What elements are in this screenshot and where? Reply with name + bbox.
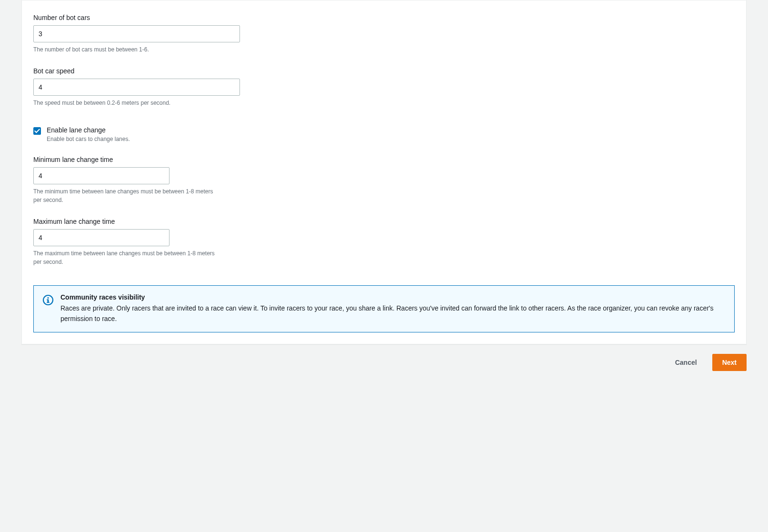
info-content: Community races visibility Races are pri…: [60, 293, 726, 324]
svg-point-1: [47, 297, 49, 299]
cancel-button[interactable]: Cancel: [666, 354, 707, 371]
bot-car-speed-helper: The speed must be between 0.2-6 meters p…: [33, 99, 219, 107]
bot-car-speed-label: Bot car speed: [33, 67, 735, 75]
min-lane-change-time-field: Minimum lane change time The minimum tim…: [33, 156, 735, 204]
svg-rect-4: [47, 302, 50, 303]
min-lane-change-time-helper: The minimum time between lane changes mu…: [33, 187, 219, 204]
min-lane-change-time-input[interactable]: [33, 167, 170, 184]
enable-lane-change-helper: Enable bot cars to change lanes.: [47, 136, 130, 142]
community-visibility-info: Community races visibility Races are pri…: [33, 285, 735, 332]
info-title: Community races visibility: [60, 293, 726, 301]
number-of-bot-cars-helper: The number of bot cars must be between 1…: [33, 45, 219, 54]
info-text: Races are private. Only racers that are …: [60, 303, 726, 324]
max-lane-change-time-field: Maximum lane change time The maximum tim…: [33, 218, 735, 266]
info-icon: [42, 294, 54, 306]
form-card: Number of bot cars The number of bot car…: [21, 0, 747, 344]
min-lane-change-time-label: Minimum lane change time: [33, 156, 735, 163]
page-content: Number of bot cars The number of bot car…: [0, 0, 768, 532]
enable-lane-change-label: Enable lane change: [47, 126, 130, 134]
number-of-bot-cars-field: Number of bot cars The number of bot car…: [33, 14, 735, 54]
svg-rect-3: [47, 300, 49, 301]
bot-car-speed-input[interactable]: [33, 79, 240, 96]
next-button[interactable]: Next: [712, 354, 747, 371]
enable-lane-change-row: Enable lane change Enable bot cars to ch…: [33, 126, 735, 142]
footer-actions: Cancel Next: [21, 354, 747, 371]
bot-car-speed-field: Bot car speed The speed must be between …: [33, 67, 735, 107]
number-of-bot-cars-input[interactable]: [33, 25, 240, 42]
max-lane-change-time-helper: The maximum time between lane changes mu…: [33, 249, 219, 266]
max-lane-change-time-input[interactable]: [33, 229, 170, 246]
max-lane-change-time-label: Maximum lane change time: [33, 218, 735, 225]
enable-lane-change-checkbox[interactable]: [33, 127, 41, 135]
enable-lane-change-labels: Enable lane change Enable bot cars to ch…: [47, 126, 130, 142]
number-of-bot-cars-label: Number of bot cars: [33, 14, 735, 21]
